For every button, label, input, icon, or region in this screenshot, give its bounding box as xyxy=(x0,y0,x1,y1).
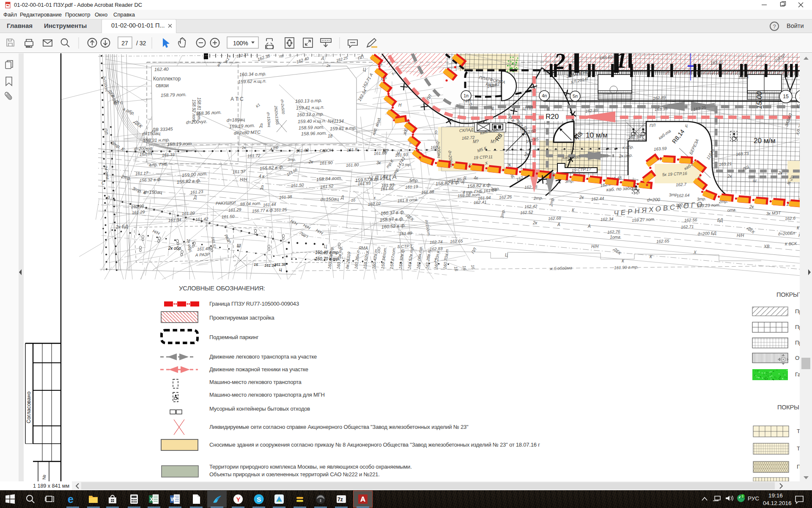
svg-text:1п: 1п xyxy=(464,93,469,98)
svg-text:К ВСК: К ВСК xyxy=(785,241,798,246)
svg-text:Движение легкового транспорта: Движение легкового транспорта на участке xyxy=(209,353,317,360)
svg-text:S: S xyxy=(257,496,261,503)
svg-text:2к: 2к xyxy=(579,195,584,200)
svg-text:УСЛОВНЫЕ ОБОЗНАЧЕНИЯ:: УСЛОВНЫЕ ОБОЗНАЧЕНИЯ: xyxy=(179,284,265,292)
svg-text:2к: 2к xyxy=(778,171,783,175)
svg-text:161.31: 161.31 xyxy=(162,152,175,157)
svg-text:160.70 в.тр.: 160.70 в.тр. xyxy=(315,257,340,261)
svg-text:161.25: 161.25 xyxy=(274,207,288,213)
svg-text:2к БД: 2к БД xyxy=(115,224,128,229)
svg-text:163.73: 163.73 xyxy=(735,151,749,157)
svg-text:161.50: 161.50 xyxy=(291,182,304,188)
svg-text:Ш: Ш xyxy=(237,243,241,248)
svg-text:Колллектор: Колллектор xyxy=(153,76,181,82)
svg-text:2тр.: 2тр. xyxy=(533,196,543,201)
svg-text:d=200чуг.: d=200чуг. xyxy=(134,146,154,151)
svg-text:R20: R20 xyxy=(546,113,559,121)
svg-text:163.21: 163.21 xyxy=(719,161,732,167)
svg-text:100%: 100% xyxy=(233,40,248,47)
svg-text:3к МЭТ: 3к МЭТ xyxy=(766,210,782,216)
svg-text:163.35: 163.35 xyxy=(654,106,668,112)
svg-text:ц: ц xyxy=(685,123,688,128)
svg-text:Н/Н: Н/Н xyxy=(240,177,247,182)
svg-text:Движение пожарной техники на у: Движение пожарной техники на участке xyxy=(209,366,308,373)
svg-text:2к: 2к xyxy=(308,160,314,164)
svg-text:Машино-место легкового транспо: Машино-место легкового транспорта для МГ… xyxy=(209,392,325,398)
svg-text:Ц: Ц xyxy=(324,244,327,249)
svg-text:Н/Н: Н/Н xyxy=(737,233,744,238)
svg-text:162.26: 162.26 xyxy=(499,194,513,200)
svg-text:ПОКРЫ: ПОКРЫ xyxy=(777,404,799,411)
svg-text:161.52: 161.52 xyxy=(320,184,334,189)
svg-text:162.02: 162.02 xyxy=(368,201,381,207)
svg-text:Согласовано: Согласовано xyxy=(26,392,32,423)
svg-text:161.37: 161.37 xyxy=(232,169,246,174)
svg-text:15: 15 xyxy=(783,94,789,99)
svg-text:7z: 7z xyxy=(337,497,343,502)
svg-text:20 м/м: 20 м/м xyxy=(754,137,776,145)
svg-text:Объекты природных и озелененны: Объекты природных и озелененных территор… xyxy=(209,471,380,478)
svg-text:162.01: 162.01 xyxy=(139,151,152,157)
svg-text:2к: 2к xyxy=(241,146,246,150)
svg-text:27: 27 xyxy=(121,40,128,47)
svg-text:Н/Н: Н/Н xyxy=(591,244,599,249)
svg-text:d=2х80 МТС: d=2х80 МТС xyxy=(234,130,261,135)
svg-text:д=200 БД: д=200 БД xyxy=(698,231,717,236)
svg-text:д: д xyxy=(107,195,110,200)
svg-text:161.72: 161.72 xyxy=(247,153,261,158)
svg-text:162.64: 162.64 xyxy=(677,193,690,198)
svg-text:М?: М? xyxy=(383,149,389,153)
svg-text:162.56: 162.56 xyxy=(684,217,698,223)
svg-text:N41134: N41134 xyxy=(328,119,344,124)
svg-text:Ц: Ц xyxy=(279,268,282,272)
svg-text:С: С xyxy=(102,181,105,185)
svg-text:5тр.: 5тр. xyxy=(409,178,419,183)
svg-text:?: ? xyxy=(773,23,776,30)
svg-text:отв.: отв. xyxy=(727,207,737,213)
svg-text:каб. возд.: каб. возд. xyxy=(562,155,582,160)
svg-text:2к: 2к xyxy=(532,221,538,225)
svg-text:д=150ац: д=150ац xyxy=(321,196,339,202)
svg-text:d=200: d=200 xyxy=(647,197,661,202)
svg-text:10 м/м: 10 м/м xyxy=(586,131,608,139)
svg-text:161.34: 161.34 xyxy=(168,217,182,223)
svg-text:162.42: 162.42 xyxy=(524,204,538,209)
svg-text:2к обр.: 2к обр. xyxy=(168,246,182,251)
svg-text:161.19: 161.19 xyxy=(405,184,418,190)
svg-text:163.11: 163.11 xyxy=(710,60,723,65)
svg-text:162.89: 162.89 xyxy=(585,108,598,113)
svg-text:2к: 2к xyxy=(326,64,331,68)
svg-text:161.38: 161.38 xyxy=(274,262,286,267)
svg-text:161.48: 161.48 xyxy=(197,246,211,251)
svg-text:/ 32: / 32 xyxy=(136,40,146,47)
svg-text:161.44: 161.44 xyxy=(263,202,276,207)
svg-text:ПЛ: ПЛ xyxy=(650,123,656,128)
svg-text:158.79 лот.: 158.79 лот. xyxy=(161,92,187,98)
svg-text:160.40 в.тр.: 160.40 в.тр. xyxy=(315,250,340,255)
svg-text:162.94: 162.94 xyxy=(628,134,642,140)
svg-text:М?: М? xyxy=(473,139,479,144)
svg-text:X: X xyxy=(150,497,153,502)
svg-text:Д: Д xyxy=(193,195,197,200)
svg-text:159.81 в.тр.: 159.81 в.тр. xyxy=(330,125,357,131)
svg-text:пп: пп xyxy=(279,54,283,58)
svg-text:А: А xyxy=(511,62,514,66)
svg-text:СКЛАД: СКЛАД xyxy=(459,127,473,133)
svg-text:162.57: 162.57 xyxy=(676,202,689,207)
svg-text:161.83: 161.83 xyxy=(296,148,309,153)
svg-text:162.65: 162.65 xyxy=(656,238,670,244)
svg-text:А: А xyxy=(587,224,591,229)
svg-text:№: № xyxy=(41,475,47,480)
svg-text:Сносимые здания и сооружения с: Сносимые здания и сооружения согласно пр… xyxy=(209,442,540,448)
svg-text:1отв.: 1отв. xyxy=(610,235,621,240)
svg-text:Ц: Ц xyxy=(363,67,366,72)
svg-text:1: 1 xyxy=(742,495,743,498)
svg-text:162.44: 162.44 xyxy=(591,196,604,202)
svg-text:162.52: 162.52 xyxy=(520,210,534,215)
svg-text:2к: 2к xyxy=(524,152,529,157)
svg-text:ДВ 33345: ДВ 33345 xyxy=(151,126,173,132)
svg-text:ЯМА: ЯМА xyxy=(358,246,368,251)
svg-text:161.88: 161.88 xyxy=(421,189,434,195)
svg-text:162.71: 162.71 xyxy=(681,224,694,229)
svg-text:d=150ац: d=150ац xyxy=(144,190,162,195)
